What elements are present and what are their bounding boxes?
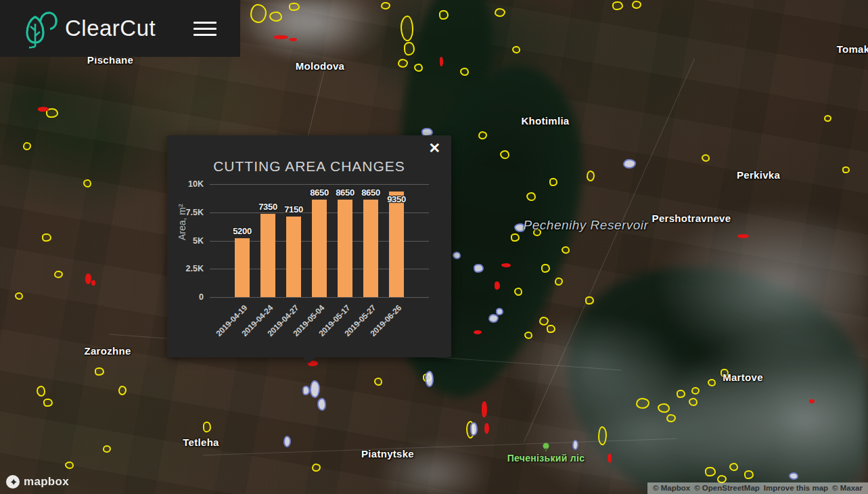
cutting-area-blue[interactable] [789, 472, 798, 480]
cutting-area-yellow[interactable] [842, 166, 850, 173]
cutting-area-yellow[interactable] [374, 378, 382, 386]
tree-logo-icon [20, 7, 64, 49]
cutting-area-yellow[interactable] [42, 233, 51, 242]
cutting-area-red[interactable] [482, 401, 487, 418]
cutting-area-blue[interactable] [453, 252, 461, 259]
menu-hamburger-icon[interactable] [193, 18, 216, 40]
y-axis-title: Area, m² [177, 204, 187, 240]
place-label-town: Khotimlia [521, 115, 569, 127]
cutting-area-yellow[interactable] [511, 233, 520, 242]
place-label-town: Tomak [837, 43, 868, 55]
cutting-area-yellow[interactable] [729, 463, 738, 471]
place-label-town: Molodova [296, 60, 344, 72]
cutting-area-yellow[interactable] [705, 467, 716, 476]
map-attribution: © Mapbox © OpenStreetMap Improve this ma… [647, 482, 868, 494]
cutting-area-yellow[interactable] [708, 379, 716, 386]
cutting-area-yellow[interactable] [744, 470, 754, 479]
cutting-area-blue[interactable] [470, 422, 478, 436]
cutting-area-yellow[interactable] [541, 264, 550, 273]
chart-popup: ✕ CUTTING AREA CHANGES Area, m² 02.5K5K7… [167, 135, 451, 357]
cutting-area-yellow[interactable] [37, 386, 45, 397]
cutting-area-yellow[interactable] [526, 192, 536, 201]
mapbox-logo[interactable]: mapbox [5, 474, 69, 489]
mapbox-logo-text: mapbox [24, 475, 69, 489]
gridline [210, 184, 429, 185]
place-label-town: Tetleha [183, 436, 219, 448]
cutting-area-blue[interactable] [496, 308, 503, 315]
cutting-area-yellow[interactable] [562, 246, 570, 254]
cutting-area-yellow[interactable] [414, 64, 423, 72]
cutting-area-yellow[interactable] [83, 179, 91, 187]
chart-bar [260, 214, 275, 297]
cutting-area-red[interactable] [38, 107, 49, 112]
cutting-area-red[interactable] [91, 280, 95, 286]
cutting-area-yellow[interactable] [460, 68, 469, 76]
cutting-area-yellow[interactable] [439, 10, 449, 20]
cutting-area-yellow[interactable] [401, 16, 413, 41]
place-label-town: Perkivka [737, 169, 780, 181]
y-tick-label: 10K [188, 179, 204, 189]
app-header: ClearCut [0, 0, 240, 57]
cutting-area-red[interactable] [440, 57, 443, 66]
cutting-area-blue[interactable] [425, 371, 434, 387]
cutting-area-yellow[interactable] [689, 398, 698, 406]
cutting-area-yellow[interactable] [95, 367, 104, 376]
brand-name: ClearCut [65, 16, 156, 41]
bar-value-label: 7150 [284, 204, 303, 215]
chart-bar [235, 238, 250, 297]
cutting-area-yellow[interactable] [43, 399, 53, 407]
attribution-osm-link[interactable]: © OpenStreetMap [694, 484, 760, 492]
y-tick-label: 7.5K [186, 208, 204, 217]
chart-plot: 02.5K5K7.5K10K52002019-04-1973502019-04-… [210, 184, 429, 297]
cutting-area-yellow[interactable] [269, 12, 282, 22]
cutting-area-yellow[interactable] [612, 1, 623, 10]
cutting-area-yellow[interactable] [524, 332, 532, 339]
cutting-area-yellow[interactable] [512, 46, 520, 53]
cutting-area-red[interactable] [608, 453, 612, 463]
cutting-area-yellow[interactable] [404, 42, 415, 55]
app-window: PischaneMolodovaKhotimliaTomakPerkivkaPe… [0, 0, 868, 494]
y-tick-label: 0 [199, 292, 204, 302]
chart-bar [389, 192, 404, 297]
bar-value-label: 8650 [310, 187, 329, 198]
attribution-improve-link[interactable]: Improve this map [764, 484, 828, 492]
close-icon[interactable]: ✕ [426, 139, 442, 157]
cutting-area-blue[interactable] [474, 264, 484, 273]
place-label-town: Martove [723, 372, 763, 383]
cutting-area-red[interactable] [495, 282, 500, 290]
chart-bar [286, 217, 301, 297]
cutting-area-red[interactable] [501, 263, 511, 267]
y-tick-label: 5K [193, 236, 204, 246]
cutting-area-yellow[interactable] [15, 292, 23, 300]
cutting-area-yellow[interactable] [500, 150, 509, 159]
attribution-maxar-link[interactable]: © Maxar [832, 484, 863, 492]
place-label-town: Pershotravneve [652, 212, 731, 224]
bar-value-label: 5200 [233, 226, 252, 236]
cutting-area-yellow[interactable] [702, 154, 710, 162]
bar-value-label: 8650 [336, 187, 355, 198]
attribution-mapbox-link[interactable]: © Mapbox [653, 484, 690, 492]
cutting-area-red[interactable] [289, 38, 297, 41]
cutting-area-yellow[interactable] [658, 403, 670, 413]
place-label-forest: Печенізький ліс [507, 453, 585, 464]
cutting-area-blue[interactable] [317, 398, 326, 411]
cutting-area-red[interactable] [809, 399, 815, 403]
cutting-area-blue[interactable] [302, 386, 310, 395]
cutting-area-yellow[interactable] [585, 296, 594, 305]
cutting-area-yellow[interactable] [289, 3, 300, 11]
chart-bar [363, 200, 378, 297]
bar-value-label: 7350 [258, 202, 277, 212]
cutting-area-yellow[interactable] [514, 288, 522, 296]
bar-value-label: 9350 [387, 194, 406, 204]
hamburger-bar [193, 34, 216, 36]
cutting-area-yellow[interactable] [203, 422, 211, 432]
hamburger-bar [193, 22, 216, 24]
clearcut-logo[interactable]: ClearCut [20, 7, 156, 49]
cutting-area-yellow[interactable] [677, 390, 685, 398]
cutting-area-yellow[interactable] [549, 178, 557, 186]
bar-value-label: 8650 [361, 187, 380, 198]
place-label-town: Piatnytske [361, 448, 414, 459]
cutting-area-yellow[interactable] [547, 325, 555, 333]
place-label-town: Zarozhne [84, 345, 131, 357]
cutting-area-yellow[interactable] [65, 462, 74, 469]
